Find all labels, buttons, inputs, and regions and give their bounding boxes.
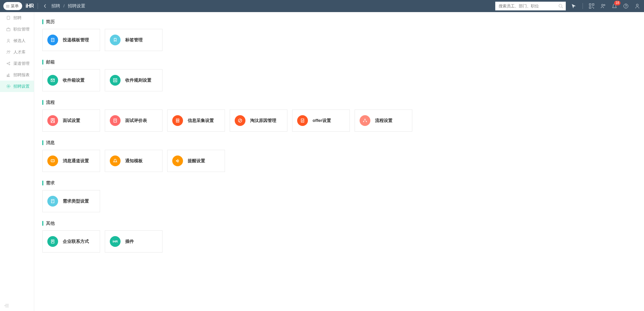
menu-button[interactable]: 菜单 <box>3 2 22 10</box>
card-title: 淘汰原因管理 <box>250 118 276 124</box>
top-header: 菜单 iHR 招聘 / 招聘设置 18 ? <box>0 0 644 12</box>
sidebar-item-users[interactable]: 人才库 <box>0 46 34 58</box>
header-right: 18 ? <box>495 2 641 10</box>
search-input[interactable] <box>495 2 566 10</box>
form-icon <box>110 115 121 126</box>
card-reject[interactable]: 淘汰原因管理 <box>230 109 287 132</box>
sidebar-item-label: 招聘 <box>13 15 21 21</box>
card-contact[interactable]: 企业联系方式 <box>42 230 100 253</box>
help-icon[interactable]: ? <box>623 3 629 9</box>
sidebar-item-recruit[interactable]: 招聘 <box>0 12 34 24</box>
sidebar-item-label: 候选人 <box>13 38 26 44</box>
svg-point-9 <box>604 4 605 6</box>
sidebar-item-gear[interactable]: 招聘设置 <box>0 81 34 92</box>
section-title: 邮箱 <box>42 59 636 65</box>
notif-badge: 18 <box>614 1 620 5</box>
contact-icon <box>47 236 58 247</box>
card-title: 收件箱设置 <box>63 77 85 83</box>
card-title: 提醒设置 <box>188 158 205 164</box>
svg-rect-13 <box>7 16 10 19</box>
sidebar-item-share[interactable]: 渠道管理 <box>0 58 34 69</box>
sidebar-item-chart[interactable]: 招聘报表 <box>0 69 34 81</box>
card-offer[interactable]: offer设置 <box>292 109 350 132</box>
card-title: 插件 <box>125 238 134 245</box>
card-title: 面试评价表 <box>125 118 147 124</box>
svg-rect-5 <box>589 7 591 8</box>
card-demand[interactable]: 需求类型设置 <box>42 190 100 212</box>
svg-line-53 <box>365 120 366 121</box>
main-content: 简历投递模板管理标签管理邮箱收件箱设置收件规则设置流程面试设置面试评价表信息采集… <box>34 12 644 311</box>
card-flow[interactable]: 流程设置 <box>355 109 412 132</box>
svg-point-27 <box>7 85 10 88</box>
card-title: 通知模板 <box>125 158 143 164</box>
card-sound[interactable]: 提醒设置 <box>167 150 225 172</box>
back-chevron-icon[interactable] <box>42 4 48 8</box>
card-title: 流程设置 <box>375 118 393 124</box>
svg-rect-25 <box>8 74 9 77</box>
card-mail[interactable]: 收件箱设置 <box>42 69 100 91</box>
svg-point-17 <box>9 51 10 52</box>
mail-icon <box>47 75 58 86</box>
contacts-icon[interactable] <box>600 3 606 9</box>
users-icon <box>6 50 11 54</box>
search-box <box>495 2 566 10</box>
svg-point-8 <box>602 4 603 6</box>
card-tag[interactable]: 标签管理 <box>105 29 163 51</box>
notification-icon[interactable]: 18 <box>611 3 618 9</box>
sidebar-item-briefcase[interactable]: 职位管理 <box>0 24 34 35</box>
svg-rect-24 <box>7 75 8 77</box>
recruit-icon <box>6 15 11 20</box>
qr-icon[interactable] <box>588 3 595 9</box>
svg-point-55 <box>52 161 52 161</box>
sidebar-item-label: 招聘设置 <box>13 84 30 89</box>
demand-icon <box>47 196 58 207</box>
bell-icon <box>110 156 121 166</box>
card-title: 信息采集设置 <box>188 118 214 124</box>
card-plugin[interactable]: iHR插件 <box>105 230 163 253</box>
section: 流程面试设置面试评价表信息采集设置淘汰原因管理offer设置流程设置 <box>42 99 636 132</box>
card-collect[interactable]: 信息采集设置 <box>167 109 225 132</box>
svg-point-56 <box>52 161 53 161</box>
sidebar-item-user[interactable]: 候选人 <box>0 35 34 46</box>
svg-point-1 <box>559 4 562 7</box>
menu-label: 菜单 <box>11 3 19 9</box>
svg-line-52 <box>364 120 365 121</box>
hamburger-icon <box>6 5 9 7</box>
svg-point-62 <box>52 241 53 242</box>
svg-rect-4 <box>592 4 594 5</box>
card-interview[interactable]: 面试设置 <box>42 109 100 132</box>
sidebar-item-label: 招聘报表 <box>13 72 30 78</box>
chart-icon <box>6 73 11 77</box>
svg-rect-6 <box>592 7 593 7</box>
flow-icon <box>360 115 370 126</box>
svg-point-45 <box>177 120 178 121</box>
collapse-sidebar-icon[interactable] <box>5 304 9 308</box>
card-title: 需求类型设置 <box>63 198 89 204</box>
section-title: 消息 <box>42 140 636 146</box>
card-form[interactable]: 面试评价表 <box>105 109 163 132</box>
interview-icon <box>47 115 58 126</box>
card-title: 收件规则设置 <box>125 77 151 83</box>
gear-icon <box>6 84 11 89</box>
svg-point-16 <box>7 51 8 52</box>
card-title: 面试设置 <box>63 118 80 124</box>
card-file[interactable]: 投递模板管理 <box>42 29 100 51</box>
breadcrumb-parent[interactable]: 招聘 <box>51 3 60 8</box>
svg-text:?: ? <box>625 4 627 8</box>
file-icon <box>47 35 58 45</box>
user-icon[interactable] <box>634 3 641 9</box>
search-icon[interactable] <box>558 4 563 8</box>
cursor-icon[interactable] <box>570 3 577 9</box>
svg-point-26 <box>8 86 9 87</box>
card-chat[interactable]: 消息通道设置 <box>42 150 100 172</box>
collect-icon <box>172 115 183 126</box>
share-icon <box>6 61 11 66</box>
chat-icon <box>47 156 58 166</box>
card-list[interactable]: 收件规则设置 <box>105 69 163 91</box>
divider <box>583 3 583 9</box>
svg-rect-7 <box>593 8 594 8</box>
section: 简历投递模板管理标签管理 <box>42 19 636 51</box>
svg-rect-31 <box>51 38 54 42</box>
user-icon <box>6 38 11 43</box>
card-bell[interactable]: 通知模板 <box>105 150 163 172</box>
